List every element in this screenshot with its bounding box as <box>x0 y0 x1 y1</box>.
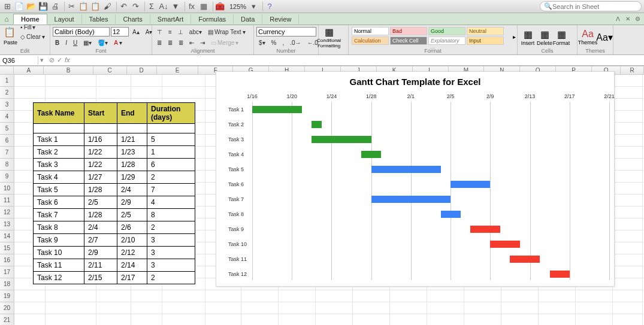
copy-icon[interactable]: 📋 <box>78 2 88 11</box>
cancel-formula-icon[interactable]: ⊘ <box>49 56 55 64</box>
show-toolbox-icon[interactable]: ▦ <box>199 2 208 11</box>
ribbon-collapse[interactable]: ᐱ ✕ ⚙ <box>616 16 644 22</box>
align-center-icon[interactable]: ≣ <box>165 38 175 47</box>
tab-review[interactable]: Review <box>262 14 299 24</box>
fx-toggle-icon[interactable]: fx <box>187 2 196 11</box>
col-header-E[interactable]: E <box>157 66 199 74</box>
comma-icon[interactable]: , <box>280 38 286 47</box>
task-table[interactable]: Task NameStartEndDuration (days)Task 11/… <box>33 102 195 284</box>
themes-fonts-button[interactable]: Aa▾ <box>597 26 612 48</box>
row-header-3[interactable]: 3 <box>0 99 14 111</box>
tab-smartart[interactable]: SmartArt <box>150 14 191 24</box>
dec-inc-icon[interactable]: .0→ <box>288 38 303 47</box>
col-header-C[interactable]: C <box>93 66 127 74</box>
paste-icon[interactable]: 📋 <box>90 2 100 11</box>
merge-button[interactable]: ▭ Merge ▾ <box>208 38 241 47</box>
delete-cells-button[interactable]: ▦Delete <box>537 26 552 48</box>
gantt-bar[interactable] <box>451 181 490 188</box>
gantt-bar[interactable] <box>470 226 500 233</box>
table-header[interactable]: Start <box>84 103 117 124</box>
row-header-15[interactable]: 15 <box>0 242 14 254</box>
table-row[interactable]: Task 62/52/94 <box>34 196 195 209</box>
col-header-B[interactable]: B <box>44 66 93 74</box>
row-header-10[interactable]: 10 <box>0 183 14 195</box>
col-header-R[interactable]: R <box>621 66 644 74</box>
tab-layout[interactable]: Layout <box>47 14 82 24</box>
conditional-formatting-button[interactable]: ▦ Conditional Formatting <box>321 26 337 48</box>
toolbox-icon[interactable]: 🧰 <box>215 2 225 11</box>
table-row[interactable]: Task 51/282/47 <box>34 184 195 196</box>
filter-icon[interactable]: ▼ <box>171 2 180 11</box>
row-header-12[interactable]: 12 <box>0 206 14 218</box>
style-input[interactable]: Input <box>467 37 504 45</box>
gantt-bar[interactable] <box>441 211 461 218</box>
format-painter-icon[interactable]: 🖌 <box>102 2 112 11</box>
gantt-bar[interactable] <box>371 166 441 173</box>
search-input[interactable] <box>552 3 636 10</box>
gantt-bar[interactable] <box>371 196 451 203</box>
align-top-icon[interactable]: ⊤ <box>155 28 165 37</box>
worksheet[interactable]: ABCDEFGHIJKLMNOPQR 123456789101112131415… <box>0 66 644 325</box>
gantt-bar[interactable] <box>312 136 371 143</box>
formula-input[interactable] <box>74 57 644 64</box>
currency-icon[interactable]: $▾ <box>256 38 268 47</box>
row-header-16[interactable]: 16 <box>0 254 14 266</box>
col-header-A[interactable]: A <box>14 66 44 74</box>
table-header[interactable]: End <box>117 103 147 124</box>
redo-icon[interactable]: ↷ <box>131 2 140 11</box>
print-icon[interactable]: 🖨 <box>50 2 60 11</box>
row-header-4[interactable]: 4 <box>0 111 14 123</box>
help-icon[interactable]: ? <box>265 2 274 11</box>
font-color-button[interactable]: A▾ <box>111 38 125 47</box>
gantt-bar[interactable] <box>361 151 381 158</box>
gantt-bar[interactable] <box>550 271 570 278</box>
row-header-17[interactable]: 17 <box>0 266 14 278</box>
file-icon[interactable]: 📄 <box>14 2 24 11</box>
zoom-display[interactable]: 125% <box>229 3 246 10</box>
row-header-14[interactable]: 14 <box>0 230 14 242</box>
indent-dec-icon[interactable]: ⇤ <box>187 38 196 47</box>
name-box-dropdown-icon[interactable]: ▾ <box>38 56 46 64</box>
enter-formula-icon[interactable]: ✓ <box>57 56 62 64</box>
font-size-select[interactable] <box>111 27 129 37</box>
search-box[interactable]: 🔍 <box>540 1 642 11</box>
cut-icon[interactable]: ✂ <box>66 2 76 11</box>
style-neutral[interactable]: Neutral <box>467 27 504 35</box>
undo-icon[interactable]: ↶ <box>119 2 128 11</box>
tab-data[interactable]: Data <box>234 14 262 24</box>
table-header[interactable]: Duration (days) <box>147 103 195 124</box>
gantt-bar[interactable] <box>252 106 302 113</box>
row-header-7[interactable]: 7 <box>0 147 14 159</box>
percent-icon[interactable]: % <box>269 38 279 47</box>
gantt-bar[interactable] <box>312 121 322 128</box>
styles-more-icon[interactable]: ▸ <box>513 34 516 40</box>
style-calculation[interactable]: Calculation <box>352 37 389 45</box>
row-header-21[interactable]: 21 <box>0 314 14 325</box>
fx-icon[interactable]: fx <box>65 56 70 64</box>
style-bad[interactable]: Bad <box>390 27 427 35</box>
table-header[interactable]: Task Name <box>34 103 84 124</box>
align-right-icon[interactable]: ≣ <box>176 38 186 47</box>
table-row[interactable]: Task 71/282/58 <box>34 209 195 221</box>
table-row[interactable]: Task 122/152/172 <box>34 272 195 284</box>
name-box[interactable]: Q36 <box>0 56 38 65</box>
indent-inc-icon[interactable]: ⇥ <box>198 38 207 47</box>
table-row[interactable]: Task 82/42/62 <box>34 221 195 234</box>
fill-color-button[interactable]: 🪣▾ <box>95 38 110 47</box>
autosum-icon[interactable]: Σ <box>147 2 156 11</box>
font-name-select[interactable] <box>53 27 110 37</box>
bold-button[interactable]: B <box>53 38 62 47</box>
row-header-9[interactable]: 9 <box>0 171 14 183</box>
style-check[interactable]: Check Cell <box>390 37 427 45</box>
border-button[interactable]: ▦▾ <box>81 38 94 47</box>
open-icon[interactable]: 📂 <box>26 2 36 11</box>
zoom-dropdown-icon[interactable]: ▾ <box>249 2 258 11</box>
tab-tables[interactable]: Tables <box>82 14 116 24</box>
row-header-5[interactable]: 5 <box>0 123 14 135</box>
table-row[interactable]: Task 31/221/286 <box>34 159 195 171</box>
italic-button[interactable]: I <box>63 38 69 47</box>
table-row[interactable]: Task 92/72/103 <box>34 234 195 247</box>
orientation-icon[interactable]: abc▾ <box>187 28 204 37</box>
row-header-13[interactable]: 13 <box>0 218 14 230</box>
row-header-18[interactable]: 18 <box>0 278 14 290</box>
